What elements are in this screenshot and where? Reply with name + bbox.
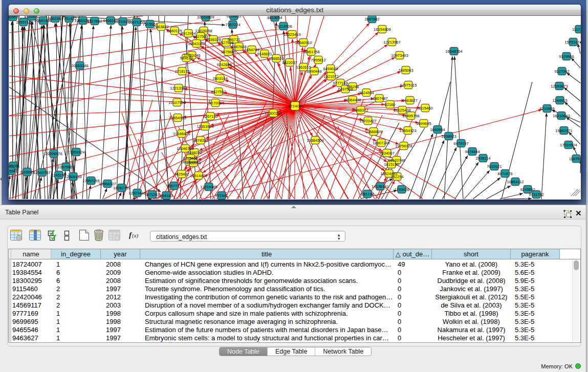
svg-text:(x): (x) <box>132 232 139 239</box>
svg-text:17957255: 17957255 <box>82 179 99 183</box>
svg-text:10975867: 10975867 <box>57 165 74 169</box>
svg-text:8215955: 8215955 <box>539 106 554 111</box>
svg-text:7955812: 7955812 <box>311 58 325 62</box>
svg-text:2803144: 2803144 <box>212 76 227 81</box>
svg-text:10807487: 10807487 <box>371 96 387 101</box>
svg-text:16033809: 16033809 <box>197 16 214 19</box>
svg-text:12213967: 12213967 <box>383 40 400 45</box>
svg-text:12093873: 12093873 <box>551 84 568 89</box>
svg-text:8878332: 8878332 <box>193 138 208 143</box>
svg-text:2055712: 2055712 <box>16 20 31 25</box>
svg-text:1621072: 1621072 <box>323 74 338 79</box>
svg-text:10107554: 10107554 <box>168 100 185 105</box>
svg-text:5938923: 5938923 <box>441 134 456 139</box>
svg-text:1115689: 1115689 <box>20 170 34 174</box>
svg-text:1244415: 1244415 <box>552 98 567 103</box>
svg-text:7986372: 7986372 <box>353 108 368 113</box>
svg-text:772341: 772341 <box>215 193 228 198</box>
svg-text:9115460: 9115460 <box>418 106 433 111</box>
svg-text:16543362: 16543362 <box>188 41 205 46</box>
svg-text:1167534: 1167534 <box>569 157 581 161</box>
svg-text:9245652: 9245652 <box>520 187 535 192</box>
svg-text:8427552: 8427552 <box>211 90 226 94</box>
svg-text:16782759: 16782759 <box>113 186 130 190</box>
svg-text:7663822: 7663822 <box>154 25 168 29</box>
svg-text:18907249: 18907249 <box>373 141 389 145</box>
svg-text:9777169: 9777169 <box>333 81 347 85</box>
svg-text:12923446: 12923446 <box>128 191 145 195</box>
svg-text:2935114: 2935114 <box>476 156 491 161</box>
svg-text:9463627: 9463627 <box>402 98 417 103</box>
svg-text:9329966: 9329966 <box>559 54 574 59</box>
svg-text:19654933: 19654933 <box>169 116 186 120</box>
svg-text:9474444: 9474444 <box>465 149 480 154</box>
svg-text:13226058: 13226058 <box>195 29 212 33</box>
svg-text:546721: 546721 <box>227 37 240 42</box>
svg-text:7632621: 7632621 <box>487 164 502 169</box>
svg-text:62160: 62160 <box>385 102 396 107</box>
svg-text:1871243: 1871243 <box>144 192 159 197</box>
svg-text:917006: 917006 <box>209 101 222 105</box>
svg-text:1117312: 1117312 <box>572 27 581 32</box>
svg-text:16154808: 16154808 <box>374 27 390 32</box>
svg-text:16961758: 16961758 <box>302 50 319 54</box>
svg-text:12975115: 12975115 <box>400 83 417 87</box>
svg-text:8813054: 8813054 <box>267 16 282 20</box>
svg-text:15751074: 15751074 <box>564 40 581 45</box>
svg-text:20206576: 20206576 <box>45 151 62 156</box>
svg-text:1145194: 1145194 <box>52 173 67 178</box>
svg-text:16640910: 16640910 <box>295 40 312 45</box>
svg-text:9034067: 9034067 <box>379 151 394 156</box>
svg-text:435051: 435051 <box>9 164 20 168</box>
svg-text:9062341: 9062341 <box>48 16 62 21</box>
svg-text:18495756: 18495756 <box>402 114 419 118</box>
svg-text:20364436: 20364436 <box>344 98 361 102</box>
svg-text:8267130: 8267130 <box>203 114 217 119</box>
svg-text:8990448: 8990448 <box>307 69 321 74</box>
svg-text:18724007: 18724007 <box>286 104 304 108</box>
svg-text:1588520: 1588520 <box>269 56 284 61</box>
svg-text:10654112: 10654112 <box>507 180 524 184</box>
svg-text:9657771: 9657771 <box>166 184 181 188</box>
svg-text:16210643: 16210643 <box>553 114 570 118</box>
svg-text:15720407: 15720407 <box>359 119 376 123</box>
svg-text:3675685: 3675685 <box>221 50 235 54</box>
svg-text:989613: 989613 <box>180 56 192 60</box>
svg-text:15692971: 15692971 <box>555 128 572 133</box>
svg-text:12505135: 12505135 <box>64 174 81 179</box>
svg-text:13716485: 13716485 <box>200 185 217 189</box>
svg-text:6494028: 6494028 <box>323 67 338 71</box>
svg-text:10973493: 10973493 <box>391 53 408 58</box>
svg-text:3624554: 3624554 <box>359 91 374 95</box>
svg-text:9227342: 9227342 <box>554 69 569 74</box>
svg-text:7485063: 7485063 <box>398 68 413 73</box>
svg-text:9218812: 9218812 <box>226 16 241 18</box>
svg-text:10025438: 10025438 <box>394 108 410 113</box>
svg-text:1527602: 1527602 <box>87 19 102 24</box>
svg-text:994163: 994163 <box>160 193 172 198</box>
svg-text:19166825: 19166825 <box>173 132 190 136</box>
svg-text:10688609: 10688609 <box>365 129 382 134</box>
svg-text:9731752: 9731752 <box>529 192 543 197</box>
svg-text:13325419: 13325419 <box>284 32 300 37</box>
svg-text:2687682: 2687682 <box>364 17 379 21</box>
svg-text:20053346: 20053346 <box>71 63 88 68</box>
svg-text:17359924: 17359924 <box>68 150 84 155</box>
svg-text:1905571: 1905571 <box>9 16 20 19</box>
svg-text:1615152: 1615152 <box>384 162 399 167</box>
svg-text:1733426: 1733426 <box>394 187 409 192</box>
svg-text:881234: 881234 <box>361 192 374 196</box>
svg-text:252254: 252254 <box>390 174 403 179</box>
svg-text:1640954: 1640954 <box>430 127 445 132</box>
svg-text:11353594: 11353594 <box>197 124 214 129</box>
svg-text:8471676: 8471676 <box>497 171 512 176</box>
svg-text:17016504: 17016504 <box>560 143 577 147</box>
svg-text:3915941: 3915941 <box>9 169 18 173</box>
svg-text:7625402: 7625402 <box>174 172 189 177</box>
svg-text:9699695: 9699695 <box>416 121 431 126</box>
svg-text:14136141: 14136141 <box>372 184 388 189</box>
svg-text:19756928: 19756928 <box>395 144 412 148</box>
svg-text:18300295: 18300295 <box>265 111 281 116</box>
svg-text:19384554: 19384554 <box>307 138 323 143</box>
svg-text:8322037: 8322037 <box>282 60 297 65</box>
